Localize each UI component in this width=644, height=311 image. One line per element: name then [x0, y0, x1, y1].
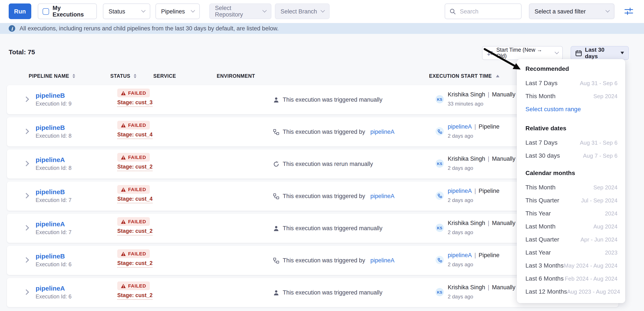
sort-icon	[487, 50, 493, 56]
separator: |	[485, 91, 492, 98]
chevron-right-icon[interactable]	[24, 96, 29, 102]
warning-icon	[121, 284, 126, 288]
pipeline-avatar	[436, 256, 444, 264]
separator: |	[485, 284, 492, 290]
actor-pipeline-link[interactable]: pipelineA	[448, 123, 472, 130]
column-header-service[interactable]: SERVICE	[153, 74, 176, 78]
status-label: FAILED	[128, 187, 146, 192]
execution-id: Execution Id: 6	[36, 294, 72, 300]
column-header-execution-start-time[interactable]: EXECUTION START TIME	[429, 74, 500, 78]
my-executions-checkbox[interactable]	[42, 8, 49, 14]
menu-item-last-quarter[interactable]: Last Quarter Apr - Jun 2024	[517, 233, 625, 246]
menu-item-last-year[interactable]: Last Year 2023	[517, 246, 625, 259]
pipeline-name-link[interactable]: pipelineA	[36, 156, 65, 163]
stage-link[interactable]: Stage: cust_2	[117, 164, 153, 171]
execution-id: Execution Id: 8	[36, 165, 72, 171]
column-header-label: EXECUTION START TIME	[429, 74, 492, 78]
menu-item-range: May 2024 - Aug 2024	[564, 262, 618, 269]
menu-item-label: Last 7 Days	[526, 139, 558, 146]
status-label: FAILED	[128, 283, 146, 288]
chevron-right-icon[interactable]	[24, 161, 29, 166]
pipeline-name-link[interactable]: pipelineB	[36, 92, 65, 99]
chevron-right-icon[interactable]	[24, 257, 29, 262]
stage-link[interactable]: Stage: cust_2	[117, 292, 153, 300]
menu-item-this-month[interactable]: This Month Sep 2024	[517, 181, 625, 194]
stage-link[interactable]: Stage: cust_3	[117, 100, 153, 107]
date-range-label: Last 30 days	[585, 46, 616, 60]
chevron-right-icon[interactable]	[24, 128, 29, 134]
menu-item-label: Last 3 Months	[526, 262, 564, 269]
status-label: FAILED	[128, 219, 146, 224]
actor-pipeline-link[interactable]: pipelineA	[448, 252, 472, 258]
select-repository-dropdown[interactable]: Select Repository	[209, 4, 272, 19]
pipeline-name-link[interactable]: pipelineB	[36, 188, 65, 196]
sort-both-icon	[134, 74, 136, 78]
trigger-pipeline-link[interactable]: pipelineA	[370, 128, 394, 135]
pipeline-name-link[interactable]: pipelineB	[36, 124, 65, 131]
stage-link[interactable]: Stage: cust_2	[117, 228, 153, 236]
filter-settings-button[interactable]	[623, 4, 634, 19]
menu-item-last-month[interactable]: Last Month Aug 2024	[517, 220, 625, 233]
column-header-pipeline-name[interactable]: PIPELINE NAME	[29, 74, 75, 78]
status-filter-dropdown[interactable]: Status	[103, 4, 150, 19]
menu-item-label: This Year	[526, 210, 551, 217]
menu-item-last-7-days[interactable]: Last 7 Days Aug 31 - Sep 6	[517, 136, 625, 149]
menu-item-last-12-months[interactable]: Last 12 Months Aug 2023 - Aug 2024	[517, 285, 625, 298]
menu-item-range: 2023	[605, 249, 618, 256]
select-custom-range-link[interactable]: Select custom range	[517, 102, 625, 116]
chevron-right-icon[interactable]	[24, 225, 29, 230]
warning-icon	[121, 155, 126, 160]
trigger-pipeline-link[interactable]: pipelineA	[370, 193, 394, 199]
pipeline-icon	[438, 194, 442, 198]
execution-id: Execution Id: 7	[36, 197, 72, 203]
select-branch-dropdown[interactable]: Select Branch	[275, 4, 330, 19]
start-time: 2 days ago	[448, 165, 473, 171]
pipeline-name-link[interactable]: pipelineA	[36, 284, 65, 292]
sort-dropdown[interactable]: Start Time (New → Old)	[482, 46, 563, 60]
chevron-right-icon[interactable]	[24, 193, 29, 198]
pipelines-filter-dropdown[interactable]: Pipelines	[156, 4, 200, 19]
menu-item-this-quarter[interactable]: This Quarter Jul - Sep 2024	[517, 194, 625, 207]
actor-pipeline-link[interactable]: pipelineA	[448, 188, 472, 194]
triggered-by: Krishika Singh | Manually	[448, 284, 516, 290]
date-range-menu: Recommended Last 7 Days Aug 31 - Sep 6 T…	[517, 59, 625, 303]
separator: |	[485, 220, 492, 226]
menu-item-this-month[interactable]: This Month Sep 2024	[517, 90, 625, 102]
pipeline-avatar	[436, 192, 444, 200]
chevron-down-icon	[606, 8, 610, 12]
menu-item-range: Feb 2024 - Aug 2024	[565, 275, 618, 282]
menu-item-range: Aug 2023 - Aug 2024	[567, 288, 620, 295]
menu-item-last-30-days[interactable]: Last 30 days Aug 7 - Sep 6	[517, 149, 625, 162]
pipeline-name-link[interactable]: pipelineB	[36, 252, 65, 260]
actor-role: Manually	[492, 284, 516, 290]
pipeline-name-link[interactable]: pipelineA	[36, 220, 65, 228]
saved-filter-dropdown[interactable]: Select a saved filter	[529, 4, 614, 19]
stage-link[interactable]: Stage: cust_4	[117, 132, 153, 139]
menu-item-last-3-months[interactable]: Last 3 Months May 2024 - Aug 2024	[517, 259, 625, 272]
menu-item-label: Last Year	[526, 249, 551, 256]
start-time: 2 days ago	[448, 229, 473, 236]
rerun-icon	[273, 161, 279, 167]
my-executions-toggle[interactable]: My Executions	[38, 4, 97, 19]
person-icon	[273, 225, 279, 231]
avatar: KS	[436, 224, 444, 232]
status-filter-label: Status	[108, 8, 125, 14]
trigger-pipeline-link[interactable]: pipelineA	[370, 257, 394, 264]
menu-item-range: Jul - Sep 2024	[581, 197, 618, 204]
menu-item-this-year[interactable]: This Year 2024	[517, 207, 625, 220]
column-header-status[interactable]: STATUS	[110, 74, 136, 78]
search-input[interactable]	[459, 8, 516, 15]
date-range-button[interactable]: Last 30 days	[570, 46, 629, 60]
menu-item-range: 2024	[605, 210, 618, 216]
status-badge: FAILED	[117, 88, 150, 97]
menu-item-last-6-months[interactable]: Last 6 Months Feb 2024 - Aug 2024	[517, 272, 625, 285]
run-button[interactable]: Run	[9, 4, 31, 19]
info-icon: i	[9, 25, 15, 32]
chevron-right-icon[interactable]	[24, 289, 29, 295]
column-header-environment[interactable]: ENVIRONMENT	[217, 74, 255, 78]
stage-link[interactable]: Stage: cust_4	[117, 196, 153, 203]
stage-link[interactable]: Stage: cust_2	[117, 260, 153, 268]
search-box[interactable]	[445, 4, 522, 19]
triggered-by: pipelineA | Pipeline	[448, 188, 500, 194]
menu-item-last-7-days[interactable]: Last 7 Days Aug 31 - Sep 6	[517, 76, 625, 90]
